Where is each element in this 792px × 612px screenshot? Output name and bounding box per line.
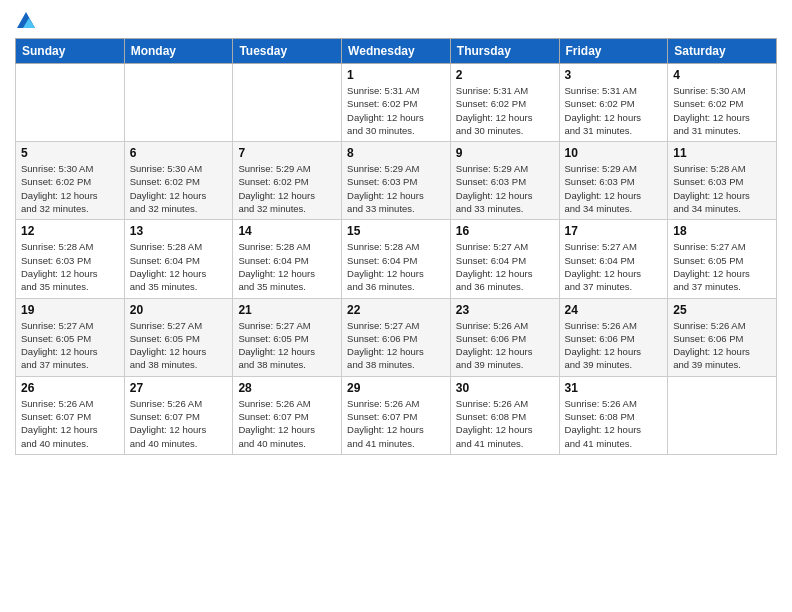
day-info: Sunrise: 5:28 AM Sunset: 6:03 PM Dayligh… [21,240,119,293]
calendar-cell: 9Sunrise: 5:29 AM Sunset: 6:03 PM Daylig… [450,142,559,220]
day-info: Sunrise: 5:31 AM Sunset: 6:02 PM Dayligh… [347,84,445,137]
calendar-cell: 30Sunrise: 5:26 AM Sunset: 6:08 PM Dayli… [450,376,559,454]
day-info: Sunrise: 5:30 AM Sunset: 6:02 PM Dayligh… [130,162,228,215]
day-number: 31 [565,381,663,395]
calendar-cell: 11Sunrise: 5:28 AM Sunset: 6:03 PM Dayli… [668,142,777,220]
day-number: 24 [565,303,663,317]
day-number: 4 [673,68,771,82]
weekday-header-thursday: Thursday [450,39,559,64]
day-info: Sunrise: 5:28 AM Sunset: 6:04 PM Dayligh… [347,240,445,293]
day-info: Sunrise: 5:26 AM Sunset: 6:07 PM Dayligh… [347,397,445,450]
day-number: 27 [130,381,228,395]
calendar-cell: 23Sunrise: 5:26 AM Sunset: 6:06 PM Dayli… [450,298,559,376]
day-info: Sunrise: 5:29 AM Sunset: 6:03 PM Dayligh… [565,162,663,215]
calendar-cell: 1Sunrise: 5:31 AM Sunset: 6:02 PM Daylig… [342,64,451,142]
day-info: Sunrise: 5:26 AM Sunset: 6:08 PM Dayligh… [456,397,554,450]
calendar-cell: 20Sunrise: 5:27 AM Sunset: 6:05 PM Dayli… [124,298,233,376]
day-number: 11 [673,146,771,160]
day-info: Sunrise: 5:29 AM Sunset: 6:03 PM Dayligh… [347,162,445,215]
day-info: Sunrise: 5:27 AM Sunset: 6:04 PM Dayligh… [456,240,554,293]
logo-icon [15,10,37,32]
day-number: 30 [456,381,554,395]
day-number: 22 [347,303,445,317]
day-number: 20 [130,303,228,317]
day-info: Sunrise: 5:27 AM Sunset: 6:05 PM Dayligh… [130,319,228,372]
calendar-cell: 22Sunrise: 5:27 AM Sunset: 6:06 PM Dayli… [342,298,451,376]
day-info: Sunrise: 5:29 AM Sunset: 6:02 PM Dayligh… [238,162,336,215]
calendar-cell: 6Sunrise: 5:30 AM Sunset: 6:02 PM Daylig… [124,142,233,220]
calendar-cell: 28Sunrise: 5:26 AM Sunset: 6:07 PM Dayli… [233,376,342,454]
day-number: 29 [347,381,445,395]
calendar-cell: 7Sunrise: 5:29 AM Sunset: 6:02 PM Daylig… [233,142,342,220]
calendar-table: SundayMondayTuesdayWednesdayThursdayFrid… [15,38,777,455]
day-info: Sunrise: 5:26 AM Sunset: 6:07 PM Dayligh… [130,397,228,450]
day-number: 5 [21,146,119,160]
day-info: Sunrise: 5:29 AM Sunset: 6:03 PM Dayligh… [456,162,554,215]
calendar-cell: 15Sunrise: 5:28 AM Sunset: 6:04 PM Dayli… [342,220,451,298]
day-info: Sunrise: 5:27 AM Sunset: 6:06 PM Dayligh… [347,319,445,372]
calendar-cell: 19Sunrise: 5:27 AM Sunset: 6:05 PM Dayli… [16,298,125,376]
calendar-body: 1Sunrise: 5:31 AM Sunset: 6:02 PM Daylig… [16,64,777,455]
day-number: 21 [238,303,336,317]
day-info: Sunrise: 5:26 AM Sunset: 6:06 PM Dayligh… [456,319,554,372]
day-number: 14 [238,224,336,238]
week-row: 19Sunrise: 5:27 AM Sunset: 6:05 PM Dayli… [16,298,777,376]
calendar-cell: 8Sunrise: 5:29 AM Sunset: 6:03 PM Daylig… [342,142,451,220]
day-info: Sunrise: 5:31 AM Sunset: 6:02 PM Dayligh… [456,84,554,137]
header [15,10,777,32]
calendar-cell: 10Sunrise: 5:29 AM Sunset: 6:03 PM Dayli… [559,142,668,220]
day-number: 3 [565,68,663,82]
day-number: 19 [21,303,119,317]
weekday-header-friday: Friday [559,39,668,64]
calendar-cell: 12Sunrise: 5:28 AM Sunset: 6:03 PM Dayli… [16,220,125,298]
calendar-cell: 21Sunrise: 5:27 AM Sunset: 6:05 PM Dayli… [233,298,342,376]
week-row: 26Sunrise: 5:26 AM Sunset: 6:07 PM Dayli… [16,376,777,454]
day-number: 12 [21,224,119,238]
day-info: Sunrise: 5:26 AM Sunset: 6:07 PM Dayligh… [238,397,336,450]
day-number: 25 [673,303,771,317]
calendar-cell: 16Sunrise: 5:27 AM Sunset: 6:04 PM Dayli… [450,220,559,298]
day-info: Sunrise: 5:26 AM Sunset: 6:08 PM Dayligh… [565,397,663,450]
day-number: 13 [130,224,228,238]
day-number: 8 [347,146,445,160]
calendar-cell: 13Sunrise: 5:28 AM Sunset: 6:04 PM Dayli… [124,220,233,298]
calendar-cell [16,64,125,142]
weekday-header-wednesday: Wednesday [342,39,451,64]
day-info: Sunrise: 5:28 AM Sunset: 6:04 PM Dayligh… [130,240,228,293]
day-number: 18 [673,224,771,238]
day-info: Sunrise: 5:27 AM Sunset: 6:05 PM Dayligh… [238,319,336,372]
day-number: 17 [565,224,663,238]
weekday-header-tuesday: Tuesday [233,39,342,64]
calendar-cell: 31Sunrise: 5:26 AM Sunset: 6:08 PM Dayli… [559,376,668,454]
calendar-cell: 4Sunrise: 5:30 AM Sunset: 6:02 PM Daylig… [668,64,777,142]
calendar-cell: 18Sunrise: 5:27 AM Sunset: 6:05 PM Dayli… [668,220,777,298]
day-info: Sunrise: 5:28 AM Sunset: 6:03 PM Dayligh… [673,162,771,215]
day-info: Sunrise: 5:31 AM Sunset: 6:02 PM Dayligh… [565,84,663,137]
day-number: 10 [565,146,663,160]
day-number: 2 [456,68,554,82]
day-number: 16 [456,224,554,238]
calendar-cell [124,64,233,142]
day-info: Sunrise: 5:28 AM Sunset: 6:04 PM Dayligh… [238,240,336,293]
day-number: 15 [347,224,445,238]
calendar-cell: 2Sunrise: 5:31 AM Sunset: 6:02 PM Daylig… [450,64,559,142]
day-number: 23 [456,303,554,317]
day-number: 26 [21,381,119,395]
week-row: 5Sunrise: 5:30 AM Sunset: 6:02 PM Daylig… [16,142,777,220]
day-info: Sunrise: 5:26 AM Sunset: 6:06 PM Dayligh… [565,319,663,372]
calendar-cell: 25Sunrise: 5:26 AM Sunset: 6:06 PM Dayli… [668,298,777,376]
calendar-cell [233,64,342,142]
week-row: 1Sunrise: 5:31 AM Sunset: 6:02 PM Daylig… [16,64,777,142]
day-info: Sunrise: 5:30 AM Sunset: 6:02 PM Dayligh… [673,84,771,137]
weekday-row: SundayMondayTuesdayWednesdayThursdayFrid… [16,39,777,64]
calendar-cell: 14Sunrise: 5:28 AM Sunset: 6:04 PM Dayli… [233,220,342,298]
day-info: Sunrise: 5:27 AM Sunset: 6:04 PM Dayligh… [565,240,663,293]
day-info: Sunrise: 5:26 AM Sunset: 6:06 PM Dayligh… [673,319,771,372]
logo [15,10,37,32]
day-number: 7 [238,146,336,160]
week-row: 12Sunrise: 5:28 AM Sunset: 6:03 PM Dayli… [16,220,777,298]
day-number: 9 [456,146,554,160]
calendar-cell: 17Sunrise: 5:27 AM Sunset: 6:04 PM Dayli… [559,220,668,298]
day-info: Sunrise: 5:26 AM Sunset: 6:07 PM Dayligh… [21,397,119,450]
calendar-cell: 29Sunrise: 5:26 AM Sunset: 6:07 PM Dayli… [342,376,451,454]
